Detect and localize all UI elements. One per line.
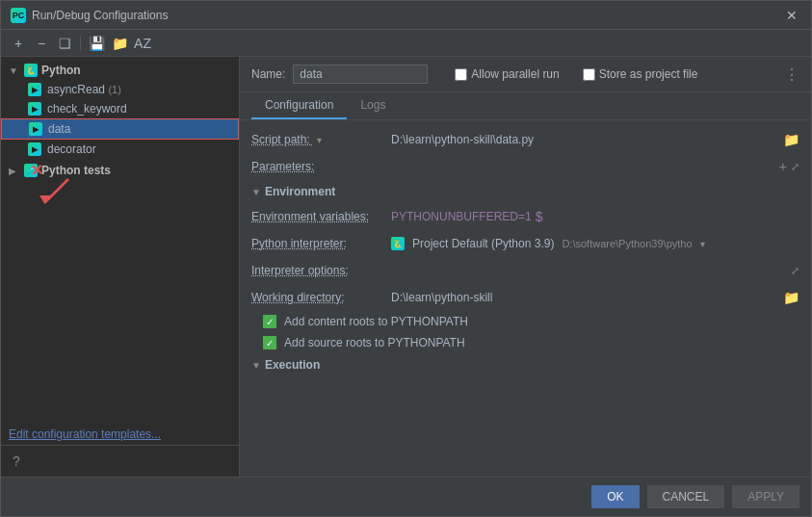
red-arrow-annotation — [39, 174, 88, 213]
dialog-footer: OK CANCEL APPLY — [1, 477, 811, 516]
tree-item-decorator[interactable]: ▶ decorator — [1, 140, 239, 159]
ok-button[interactable]: OK — [591, 485, 639, 508]
python-tests-group: ▶ 🧪 Python tests ✕ — [1, 161, 239, 180]
sort-config-button[interactable]: AZ — [133, 34, 152, 53]
add-source-roots-label: Add source roots to PYTHONPATH — [284, 336, 465, 349]
python-interpreter-value: 🐍 Project Default (Python 3.9) D:\softwa… — [391, 237, 799, 250]
asyncread-icon: ▶ — [28, 83, 41, 96]
name-label: Name: — [251, 67, 285, 81]
tabs-bar: Configuration Logs — [240, 92, 811, 120]
env-vars-label: Environment variables: — [251, 210, 391, 223]
cancel-button[interactable]: CANCEL — [647, 485, 725, 508]
title-bar: PC Run/Debug Configurations ✕ — [1, 1, 811, 30]
allow-parallel-checkbox[interactable] — [455, 68, 467, 81]
script-path-dropdown[interactable]: ▾ — [313, 135, 326, 145]
config-form: Script path: ▾ D:\learn\python-skill\dat… — [240, 120, 811, 477]
interpreter-dropdown-icon[interactable]: ▾ — [700, 239, 705, 249]
script-path-value: D:\learn\python-skill\data.py 📁 — [391, 132, 799, 147]
add-content-roots-row: ✓ Add content roots to PYTHONPATH — [240, 311, 811, 332]
python-group-header[interactable]: ▼ 🐍 Python — [1, 61, 239, 80]
add-content-roots-label: Add content roots to PYTHONPATH — [284, 315, 468, 328]
tree-item-asyncread[interactable]: ▶ asyncRead (1) — [1, 80, 239, 99]
env-vars-value: PYTHONUNBUFFERED=1 $ — [391, 209, 799, 224]
execution-section[interactable]: ▼ Execution — [240, 353, 811, 376]
parameters-input[interactable] — [391, 160, 775, 173]
edit-templates-link[interactable]: Edit configuration templates... — [9, 427, 161, 441]
store-as-project-label: Store as project file — [599, 67, 698, 81]
parameters-plus-icon[interactable]: + — [779, 159, 787, 174]
more-options-button[interactable]: ⋮ — [784, 65, 799, 84]
tab-configuration[interactable]: Configuration — [251, 92, 347, 119]
help-icon[interactable]: ? — [9, 450, 24, 473]
env-vars-dollar-icon[interactable]: $ — [536, 209, 543, 224]
name-bar: Name: Allow parallel run Store as projec… — [240, 57, 811, 92]
interpreter-options-label: Interpreter options: — [251, 264, 391, 277]
folder-config-button[interactable]: 📁 — [110, 34, 129, 53]
add-content-roots-checkbox[interactable]: ✓ — [263, 315, 276, 328]
python-tests-group-header[interactable]: ▶ 🧪 Python tests ✕ — [1, 161, 239, 180]
environment-chevron-icon: ▼ — [251, 187, 261, 197]
decorator-icon: ▶ — [28, 142, 41, 156]
parameters-label: Parameters: — [251, 160, 391, 173]
check-keyword-icon: ▶ — [28, 102, 41, 116]
left-panel: ▼ 🐍 Python ▶ asyncRead (1) ▶ — [1, 57, 240, 477]
python-group-label: Python — [41, 64, 81, 77]
parameters-row: Parameters: + ⤢ — [240, 153, 811, 180]
left-panel-help: ? — [1, 445, 239, 477]
title-bar-left: PC Run/Debug Configurations — [11, 8, 168, 23]
python-tests-chevron-icon: ▶ — [9, 166, 20, 176]
add-config-button[interactable]: + — [9, 34, 28, 53]
parameters-expand-icon[interactable]: ⤢ — [791, 161, 799, 173]
copy-config-button[interactable]: ❑ — [55, 34, 74, 53]
run-debug-dialog: PC Run/Debug Configurations ✕ + − ❑ 💾 📁 … — [0, 0, 812, 517]
python-tests-label: Python tests — [41, 164, 111, 177]
toolbar-separator-1 — [80, 36, 81, 51]
config-tree: ▼ 🐍 Python ▶ asyncRead (1) ▶ — [1, 57, 239, 424]
dialog-title: Run/Debug Configurations — [32, 9, 168, 22]
decorator-label: decorator — [47, 142, 96, 156]
name-input[interactable] — [293, 65, 428, 84]
asyncread-label: asyncRead (1) — [47, 83, 121, 96]
add-source-roots-row: ✓ Add source roots to PYTHONPATH — [240, 332, 811, 353]
interpreter-options-input[interactable] — [391, 264, 787, 277]
working-dir-text: D:\learn\python-skill — [391, 291, 779, 304]
tree-item-data[interactable]: ▶ data — [1, 118, 239, 140]
environment-section-header[interactable]: ▼ Environment — [240, 180, 811, 203]
left-panel-bottom: Edit configuration templates... — [1, 424, 239, 445]
python-group-icon: 🐍 — [24, 64, 38, 77]
working-dir-row: Working directory: D:\learn\python-skill… — [240, 284, 811, 311]
tree-item-check-keyword[interactable]: ▶ check_keyword — [1, 99, 239, 118]
working-dir-folder-icon[interactable]: 📁 — [783, 290, 799, 305]
tab-logs[interactable]: Logs — [347, 92, 399, 119]
execution-section-title: Execution — [265, 358, 320, 372]
interpreter-options-row: Interpreter options: ⤢ — [240, 257, 811, 284]
store-as-project-checkbox[interactable] — [583, 68, 595, 81]
svg-line-0 — [44, 179, 68, 203]
env-vars-row: Environment variables: PYTHONUNBUFFERED=… — [240, 203, 811, 230]
interpreter-options-expand-icon[interactable]: ⤢ — [791, 265, 799, 277]
apply-button[interactable]: APPLY — [732, 485, 799, 508]
app-icon: PC — [11, 8, 26, 23]
execution-chevron-icon: ▼ — [251, 360, 261, 371]
python-chevron-icon: ▼ — [9, 65, 20, 76]
environment-section-title: Environment — [265, 185, 335, 198]
svg-marker-1 — [39, 195, 51, 203]
data-item-icon: ▶ — [29, 122, 42, 136]
env-vars-text: PYTHONUNBUFFERED=1 — [391, 210, 532, 223]
right-panel: Name: Allow parallel run Store as projec… — [240, 57, 811, 477]
working-dir-label: Working directory: — [251, 291, 391, 304]
interpreter-path: D:\software\Python39\pytho — [562, 238, 692, 249]
allow-parallel-label: Allow parallel run — [471, 67, 559, 81]
save-config-button[interactable]: 💾 — [87, 34, 106, 53]
parameters-value: + ⤢ — [391, 159, 799, 174]
python-interpreter-row: Python interpreter: 🐍 Project Default (P… — [240, 230, 811, 257]
main-content: ▼ 🐍 Python ▶ asyncRead (1) ▶ — [1, 57, 811, 477]
python-group: ▼ 🐍 Python ▶ asyncRead (1) ▶ — [1, 61, 239, 159]
close-button[interactable]: ✕ — [782, 6, 801, 25]
script-path-folder-icon[interactable]: 📁 — [783, 132, 799, 147]
store-as-project-check: Store as project file — [583, 67, 698, 81]
add-source-roots-checkbox[interactable]: ✓ — [263, 336, 276, 349]
remove-config-button[interactable]: − — [32, 34, 51, 53]
allow-parallel-check: Allow parallel run — [455, 67, 559, 81]
script-path-row: Script path: ▾ D:\learn\python-skill\dat… — [240, 126, 811, 153]
